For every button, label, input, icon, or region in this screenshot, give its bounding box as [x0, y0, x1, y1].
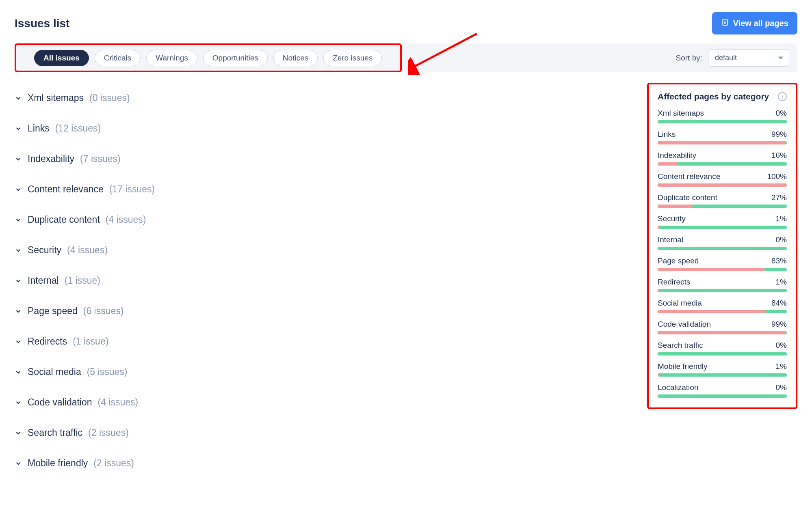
- issue-category-name: Code validation: [28, 397, 92, 408]
- panel-title: Affected pages by category: [658, 92, 769, 101]
- chevron-down-icon: [15, 95, 22, 102]
- metric-bar-fill: [658, 226, 659, 229]
- metric-row: Social media84%: [658, 299, 787, 313]
- metric-row: Localization0%: [658, 383, 787, 398]
- metrics-list: Xml sitemaps0%Links99%Indexability16%Con…: [658, 109, 787, 398]
- issue-category-row[interactable]: Mobile friendly (2 issues): [15, 448, 631, 478]
- issue-category-row[interactable]: Page speed (6 issues): [15, 296, 631, 326]
- chevron-down-icon: [15, 429, 22, 437]
- metric-row: Duplicate content27%: [658, 193, 787, 208]
- metric-percent: 0%: [776, 341, 787, 350]
- sort-label: Sort by:: [676, 54, 702, 62]
- chevron-down-icon: [15, 399, 22, 406]
- chevron-down-icon: [15, 368, 22, 376]
- issue-category-count: (4 issues): [98, 397, 139, 408]
- metric-percent: 27%: [771, 193, 787, 202]
- metric-percent: 1%: [776, 214, 787, 223]
- filter-pill-notices[interactable]: Notices: [273, 50, 318, 66]
- chevron-down-icon: [15, 125, 22, 132]
- metric-bar: [658, 226, 787, 229]
- metric-bar: [658, 352, 787, 356]
- issue-category-row[interactable]: Indexability (7 issues): [15, 144, 631, 174]
- metric-row: Page speed83%: [658, 256, 787, 271]
- metric-row: Mobile friendly1%: [658, 362, 787, 377]
- filter-pill-opportunities[interactable]: Opportunities: [203, 50, 268, 66]
- metric-label: Search traffic: [658, 341, 703, 350]
- issue-category-row[interactable]: Social media (5 issues): [15, 357, 631, 387]
- metric-row: Search traffic0%: [658, 341, 787, 356]
- page-title: Issues list: [15, 17, 69, 30]
- issue-category-row[interactable]: Internal (1 issue): [15, 265, 631, 296]
- filter-pill-zero-issues[interactable]: Zero issues: [323, 50, 382, 66]
- metric-bar: [658, 183, 787, 187]
- metric-percent: 83%: [771, 256, 787, 265]
- issue-category-row[interactable]: Duplicate content (4 issues): [15, 205, 631, 235]
- annotation-arrow: [408, 30, 481, 75]
- chevron-down-icon: [778, 56, 783, 59]
- chevron-down-icon: [15, 186, 22, 193]
- sort-select-value: default: [715, 54, 737, 62]
- metric-bar-fill: [658, 331, 786, 334]
- metric-bar-fill: [658, 183, 787, 187]
- metric-percent: 84%: [771, 299, 787, 308]
- metric-percent: 16%: [771, 151, 787, 160]
- issue-category-row[interactable]: Search traffic (2 issues): [15, 418, 631, 448]
- issue-category-name: Indexability: [28, 153, 74, 164]
- metric-label: Security: [658, 214, 686, 223]
- filters-bar: All issuesCriticalsWarningsOpportunities…: [15, 43, 797, 72]
- filter-pill-criticals[interactable]: Criticals: [95, 50, 141, 66]
- issue-category-row[interactable]: Content relevance (17 issues): [15, 174, 631, 205]
- issue-category-count: (1 issue): [73, 336, 108, 347]
- issue-category-count: (12 issues): [55, 123, 101, 134]
- metric-row: Security1%: [658, 214, 787, 229]
- issues-category-list: Xml sitemaps (0 issues)Links (12 issues)…: [15, 83, 631, 478]
- issue-category-name: Internal: [28, 275, 59, 286]
- metric-bar-fill: [658, 373, 659, 377]
- view-all-pages-button[interactable]: View all pages: [712, 12, 797, 34]
- metric-bar: [658, 162, 787, 166]
- chevron-down-icon: [15, 216, 22, 224]
- chevron-down-icon: [15, 277, 22, 284]
- issue-category-name: Mobile friendly: [28, 458, 88, 469]
- issue-category-count: (1 issue): [65, 275, 100, 286]
- header: Issues list View all pages: [15, 12, 797, 34]
- issue-category-count: (2 issues): [93, 458, 134, 469]
- metric-bar-fill: [658, 205, 693, 208]
- issue-category-row[interactable]: Security (4 issues): [15, 235, 631, 265]
- metric-label: Code validation: [658, 320, 711, 329]
- issue-category-count: (0 issues): [89, 93, 130, 103]
- metric-bar-fill: [658, 310, 766, 313]
- svg-line-4: [412, 34, 477, 68]
- issue-category-name: Social media: [28, 366, 81, 377]
- metric-percent: 0%: [776, 109, 787, 118]
- issue-category-row[interactable]: Redirects (1 issue): [15, 326, 631, 357]
- issue-category-row[interactable]: Code validation (4 issues): [15, 387, 631, 418]
- pages-icon: [721, 18, 729, 29]
- chevron-down-icon: [15, 338, 22, 345]
- issue-category-name: Search traffic: [28, 427, 82, 438]
- metric-row: Redirects1%: [658, 278, 787, 292]
- chevron-down-icon: [15, 247, 22, 254]
- issue-category-count: (6 issues): [83, 306, 124, 317]
- filter-pill-group: All issuesCriticalsWarningsOpportunities…: [23, 50, 382, 66]
- metric-bar-fill: [658, 141, 786, 144]
- issue-category-name: Content relevance: [28, 184, 104, 195]
- chevron-down-icon: [15, 155, 22, 163]
- metric-label: Social media: [658, 299, 702, 308]
- chevron-down-icon: [15, 308, 22, 315]
- metric-percent: 1%: [776, 362, 787, 371]
- metric-row: Indexability16%: [658, 151, 787, 166]
- issue-category-row[interactable]: Links (12 issues): [15, 113, 631, 144]
- panel-header: Affected pages by category i: [658, 92, 787, 101]
- issue-category-row[interactable]: Xml sitemaps (0 issues): [15, 83, 631, 113]
- filter-pill-warnings[interactable]: Warnings: [146, 50, 197, 66]
- metric-row: Links99%: [658, 130, 787, 144]
- metric-label: Xml sitemaps: [658, 109, 704, 118]
- sort-select[interactable]: default: [708, 49, 789, 67]
- issue-category-name: Xml sitemaps: [28, 93, 84, 103]
- issue-category-count: (4 issues): [67, 245, 108, 256]
- info-icon[interactable]: i: [778, 92, 787, 101]
- metric-bar-fill: [658, 268, 765, 271]
- filter-pill-all-issues[interactable]: All issues: [34, 50, 89, 66]
- issue-category-count: (7 issues): [80, 153, 121, 164]
